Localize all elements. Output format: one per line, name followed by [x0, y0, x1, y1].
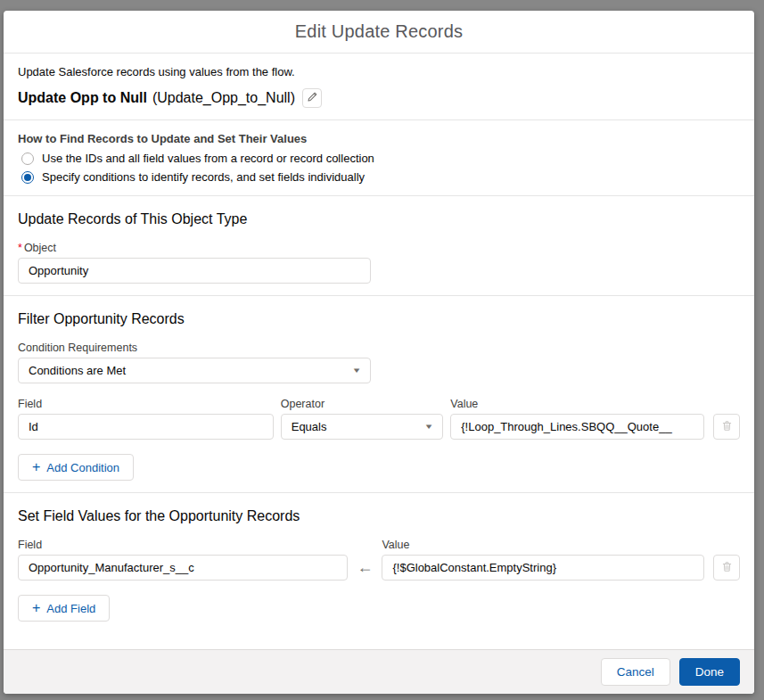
- condition-field-label: Field: [18, 398, 274, 410]
- how-to-find-section: How to Find Records to Update and Set Th…: [4, 120, 754, 196]
- object-section-heading: Update Records of This Object Type: [18, 211, 740, 227]
- delete-condition-button[interactable]: [713, 414, 740, 440]
- plus-icon: +: [32, 601, 40, 615]
- object-type-section: Update Records of This Object Type * Obj…: [4, 196, 754, 296]
- trash-icon: [721, 561, 733, 575]
- delete-field-button[interactable]: [713, 555, 740, 581]
- condition-field-input[interactable]: [18, 414, 274, 440]
- plus-icon: +: [32, 460, 40, 474]
- assignment-value-input[interactable]: [382, 555, 704, 581]
- record-api-name: (Update_Opp_to_Null): [152, 90, 295, 106]
- set-values-section: Set Field Values for the Opportunity Rec…: [4, 493, 754, 649]
- done-button[interactable]: Done: [679, 658, 740, 686]
- left-arrow-icon: ←: [348, 555, 382, 581]
- filter-section-heading: Filter Opportunity Records: [18, 311, 740, 327]
- record-label: Update Opp to Null: [18, 90, 147, 106]
- condition-requirements-label: Condition Requirements: [18, 342, 740, 354]
- cancel-button[interactable]: Cancel: [601, 658, 670, 686]
- set-values-heading: Set Field Values for the Opportunity Rec…: [18, 508, 740, 524]
- dialog-header: Edit Update Records: [4, 11, 754, 54]
- edit-update-records-dialog: Edit Update Records Update Salesforce re…: [4, 11, 754, 694]
- radio-icon-selected[interactable]: [21, 171, 34, 184]
- add-field-button[interactable]: + Add Field: [18, 595, 110, 622]
- condition-operator-select[interactable]: Equals ▼: [281, 414, 444, 440]
- radio-option-ids[interactable]: Use the IDs and all field values from a …: [21, 152, 740, 165]
- chevron-down-icon: ▼: [424, 423, 434, 431]
- dialog-footer: Cancel Done: [4, 649, 754, 694]
- assignment-field-input[interactable]: [18, 555, 348, 581]
- condition-row: Field Operator Equals ▼ Value: [18, 398, 740, 440]
- chevron-down-icon: ▼: [351, 366, 361, 375]
- assignment-field-label: Field: [18, 539, 348, 551]
- condition-operator-label: Operator: [281, 398, 444, 410]
- radio-option-ids-label: Use the IDs and all field values from a …: [42, 152, 374, 165]
- condition-requirements-select[interactable]: Conditions are Met ▼: [18, 358, 371, 383]
- edit-name-button[interactable]: [302, 88, 322, 108]
- dialog-description: Update Salesforce records using values f…: [18, 65, 740, 78]
- required-asterisk: *: [18, 242, 22, 254]
- radio-option-conditions-label: Specify conditions to identify records, …: [42, 170, 365, 184]
- trash-icon: [721, 420, 733, 434]
- radio-icon-unselected[interactable]: [21, 152, 34, 165]
- object-field-label: * Object: [18, 242, 740, 254]
- record-name-row: Update Opp to Null (Update_Opp_to_Null): [18, 88, 740, 108]
- description-section: Update Salesforce records using values f…: [4, 54, 754, 120]
- how-to-find-label: How to Find Records to Update and Set Th…: [18, 132, 740, 145]
- pencil-icon: [307, 92, 317, 105]
- dialog-title: Edit Update Records: [295, 21, 463, 42]
- object-input[interactable]: [18, 258, 371, 284]
- filter-section: Filter Opportunity Records Condition Req…: [4, 296, 754, 493]
- assignment-value-label: Value: [382, 539, 704, 551]
- condition-value-input[interactable]: [450, 414, 704, 440]
- add-condition-button[interactable]: + Add Condition: [18, 454, 134, 481]
- condition-value-label: Value: [450, 398, 704, 410]
- radio-option-conditions[interactable]: Specify conditions to identify records, …: [21, 170, 740, 184]
- assignment-row: Field ← Value: [18, 539, 740, 581]
